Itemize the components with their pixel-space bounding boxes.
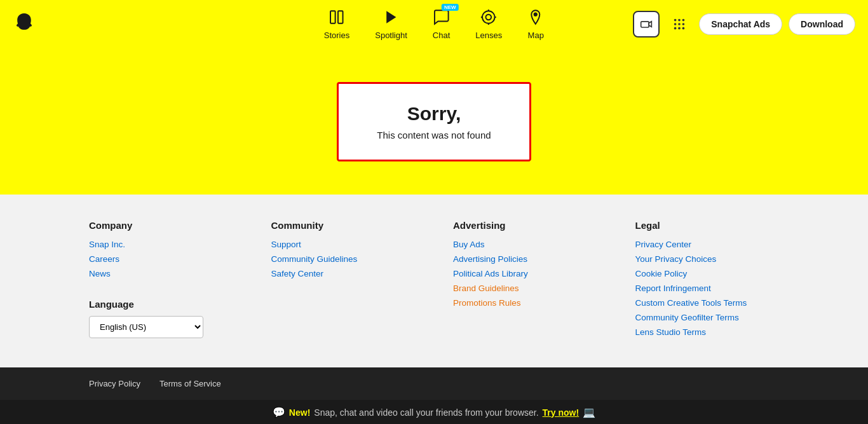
svg-point-19 [682,27,685,30]
snapchat-ads-button[interactable]: Snapchat Ads [699,13,782,35]
nav-spotlight[interactable]: Spotlight [375,9,407,40]
map-icon [527,9,544,29]
footer-link-community-guidelines[interactable]: Community Guidelines [271,254,416,264]
svg-rect-10 [641,22,649,27]
language-select[interactable]: English (US) Español Français Deutsch 日本… [89,316,203,338]
footer-col-company: Company Snap Inc. Careers News Language … [89,220,233,342]
svg-point-14 [674,23,677,25]
svg-point-18 [678,27,681,30]
svg-rect-1 [338,11,343,24]
stories-icon [329,9,345,29]
footer-col-advertising: Advertising Buy Ads Advertising Policies… [453,220,597,342]
browser-new-label: New! [289,407,310,418]
spotlight-icon [383,9,400,29]
footer-link-advertising-policies[interactable]: Advertising Policies [453,254,597,264]
footer-columns: Company Snap Inc. Careers News Language … [89,220,779,342]
footer-company-title: Company [89,220,233,231]
svg-point-16 [682,23,685,25]
footer-link-cookie-policy[interactable]: Cookie Policy [635,269,780,278]
snapchat-logo-icon [13,11,36,34]
browser-chat-icon-left: 💬 [273,406,285,418]
footer-link-brand-guidelines[interactable]: Brand Guidelines [453,284,597,293]
footer-link-buy-ads[interactable]: Buy Ads [453,240,597,249]
footer-link-your-privacy-choices[interactable]: Your Privacy Choices [635,254,780,264]
footer-col-legal: Legal Privacy Center Your Privacy Choice… [635,220,780,342]
nav-map[interactable]: Map [527,9,544,40]
svg-point-12 [678,19,681,22]
browser-try-now-link[interactable]: Try now! [543,407,580,418]
footer-link-safety-center[interactable]: Safety Center [271,269,416,278]
error-subtitle: This content was not found [377,130,491,140]
footer-advertising-title: Advertising [453,220,597,231]
chat-icon: NEW [433,9,450,29]
svg-marker-2 [386,11,396,24]
footer-legal-title: Legal [635,220,780,231]
browser-main-text: Snap, chat and video call your friends f… [314,407,538,418]
camera-button[interactable] [633,11,660,38]
browser-bar: 💬 New! Snap, chat and video call your fr… [0,400,868,424]
footer-link-political-ads[interactable]: Political Ads Library [453,269,597,278]
language-label: Language [89,299,233,310]
error-box: Sorry, This content was not found [337,82,531,161]
footer-link-privacy-center[interactable]: Privacy Center [635,240,780,249]
browser-chat-icon-right: 💻 [583,406,595,418]
footer-link-custom-creative-tools[interactable]: Custom Creative Tools Terms [635,298,780,308]
svg-point-4 [486,14,492,20]
svg-point-11 [674,19,677,22]
svg-rect-0 [330,11,336,24]
footer-link-promotions-rules[interactable]: Promotions Rules [453,298,597,308]
header-right: Snapchat Ads Download [633,11,855,38]
footer-link-report-infringement[interactable]: Report Infringement [635,284,780,293]
nav-chat[interactable]: NEW Chat [433,9,450,40]
footer-main: Company Snap Inc. Careers News Language … [0,195,868,367]
footer-link-snap-inc[interactable]: Snap Inc. [89,240,233,249]
footer-terms-of-service-link[interactable]: Terms of Service [159,379,221,388]
main-nav: Stories Spotlight NEW Chat [324,9,544,40]
svg-point-9 [534,13,537,15]
svg-point-15 [678,23,681,25]
footer-link-lens-studio[interactable]: Lens Studio Terms [635,327,780,337]
footer-link-news[interactable]: News [89,269,233,278]
nav-stories[interactable]: Stories [324,9,349,40]
footer-bottom: Privacy Policy Terms of Service [0,367,868,400]
header: Stories Spotlight NEW Chat [0,0,868,48]
footer-col-community: Community Support Community Guidelines S… [271,220,416,342]
download-button[interactable]: Download [789,13,855,35]
grid-menu-button[interactable] [666,11,693,38]
footer-link-careers[interactable]: Careers [89,254,233,264]
svg-point-17 [674,27,677,30]
error-title: Sorry, [377,103,491,125]
main-content: Sorry, This content was not found [0,48,868,195]
new-badge: NEW [442,4,459,11]
footer-link-community-geofilter[interactable]: Community Geofilter Terms [635,313,780,322]
svg-point-3 [483,11,496,24]
nav-lenses[interactable]: Lenses [475,9,502,40]
footer-link-support[interactable]: Support [271,240,416,249]
svg-point-13 [682,19,685,22]
lenses-icon [480,9,497,29]
browser-bar-content: 💬 New! Snap, chat and video call your fr… [273,406,595,418]
logo[interactable] [13,11,36,37]
footer-community-title: Community [271,220,416,231]
footer-privacy-policy-link[interactable]: Privacy Policy [89,379,140,388]
